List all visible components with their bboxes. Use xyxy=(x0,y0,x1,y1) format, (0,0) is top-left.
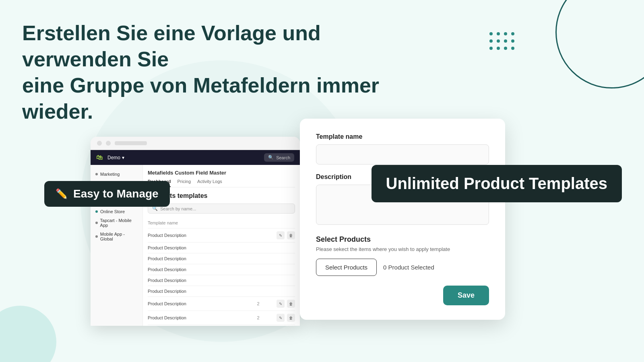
shopify-logo-icon: 🛍 xyxy=(96,154,103,161)
edit-btn[interactable]: ✎ xyxy=(277,231,285,239)
delete-btn[interactable]: 🗑 xyxy=(287,300,295,308)
easy-to-manage-badge: ✏️ Easy to Manage xyxy=(44,181,170,207)
row-num: 2 xyxy=(246,301,270,306)
table-row: Product Description xyxy=(148,264,295,275)
row-name: Product Description xyxy=(148,315,246,320)
store-name: Demo ▾ xyxy=(107,155,124,160)
sidebar-item-mobile-app[interactable]: Mobile App - Global xyxy=(91,230,142,243)
row-actions: ✎ 🗑 xyxy=(270,300,295,308)
table-row: Product Description xyxy=(148,275,295,286)
sidebar-item-tapcart[interactable]: Tapcart - Mobile App xyxy=(91,216,142,230)
save-row: Save xyxy=(316,286,489,305)
delete-btn[interactable]: 🗑 xyxy=(287,314,295,322)
table-row: Product Description xyxy=(148,286,295,297)
sidebar-item-marketing[interactable]: Marketing xyxy=(91,170,142,179)
row-name: Product Description xyxy=(148,256,266,261)
template-table: Template name Product Description ✎ 🗑 Pr… xyxy=(148,218,295,325)
row-name: Product Description xyxy=(148,289,266,294)
table-row: Product Description 2 ✎ 🗑 xyxy=(148,297,295,311)
main-heading: Erstellen Sie eine Vorlage und verwenden… xyxy=(22,20,425,125)
heading-line1: Erstellen Sie eine Vorlage und verwenden… xyxy=(22,20,425,72)
unlimited-badge-label: Unlimited Product Templates xyxy=(386,175,607,192)
sidebar-dot xyxy=(95,173,98,175)
search-bar[interactable]: 🔍 Search by name... xyxy=(148,204,295,214)
app-window: 🛍 Demo ▾ 🔍 Search Marketing Discounts Ap… xyxy=(91,137,300,326)
row-num: 2 xyxy=(246,315,270,320)
table-row: Product Description ✎ 🗑 xyxy=(148,228,295,243)
tab-activity-logs[interactable]: Activity Logs xyxy=(197,179,222,187)
col-header-name: Template name xyxy=(148,220,206,225)
sidebar-item-online-store[interactable]: Online Store xyxy=(91,207,142,216)
tab-pricing[interactable]: Pricing xyxy=(177,179,191,187)
titlebar-circle-1 xyxy=(97,141,102,146)
save-button[interactable]: Save xyxy=(443,286,489,305)
window-titlebar xyxy=(91,137,300,150)
select-products-button[interactable]: Select Products xyxy=(316,259,377,276)
row-name: Product Description xyxy=(148,267,266,272)
section-title: Products templates xyxy=(148,192,295,200)
bg-circle-bottom-left xyxy=(0,306,56,362)
table-header: Template name xyxy=(148,218,295,228)
nav-search[interactable]: 🔍 Search xyxy=(264,153,294,162)
sidebar-dot xyxy=(95,235,98,238)
table-row: Product Description xyxy=(148,253,295,264)
table-row: Product Description xyxy=(148,243,295,253)
app-title: Metafields Custom Field Master xyxy=(148,170,295,176)
unlimited-badge: Unlimited Product Templates xyxy=(372,165,622,202)
table-row: Product Description 2 ✎ 🗑 xyxy=(148,311,295,325)
pencil-icon: ✏️ xyxy=(56,188,68,200)
delete-btn[interactable]: 🗑 xyxy=(287,231,295,239)
edit-btn[interactable]: ✎ xyxy=(277,300,285,308)
row-name: Product Description xyxy=(148,233,205,238)
selected-count: 0 Product Selected xyxy=(383,264,434,271)
easy-badge-label: Easy to Manage xyxy=(73,187,159,200)
select-products-section: Select Products Please sekect the items … xyxy=(316,235,489,276)
row-name: Product Description xyxy=(148,278,266,283)
titlebar-bar xyxy=(115,141,147,145)
select-products-title: Select Products xyxy=(316,235,489,244)
row-name: Product Description xyxy=(148,301,246,306)
app-tabs: Dashboard Pricing Activity Logs xyxy=(148,179,295,187)
row-actions: ✎ 🗑 xyxy=(270,314,295,322)
titlebar-circle-2 xyxy=(106,141,111,146)
dot-grid-decoration xyxy=(489,32,515,51)
select-products-subtitle: Please sekect the items where you wish t… xyxy=(316,246,489,252)
bg-circle-top-right xyxy=(555,0,644,88)
row-actions: ✎ 🗑 xyxy=(277,231,295,239)
sidebar-dot xyxy=(95,222,98,224)
search-icon: 🔍 xyxy=(268,155,274,160)
shopify-nav: 🛍 Demo ▾ 🔍 Search xyxy=(91,150,300,165)
row-name: Product Description xyxy=(148,245,206,250)
template-name-label: Template name xyxy=(316,133,489,140)
select-products-row: Select Products 0 Product Selected xyxy=(316,259,489,276)
template-name-input[interactable] xyxy=(316,144,489,165)
edit-btn[interactable]: ✎ xyxy=(277,314,285,322)
sidebar-dot xyxy=(95,210,98,213)
form-panel: Template name Description Select Product… xyxy=(300,119,505,320)
heading-line2: eine Gruppe von Metafeldern immer wieder… xyxy=(22,72,425,125)
